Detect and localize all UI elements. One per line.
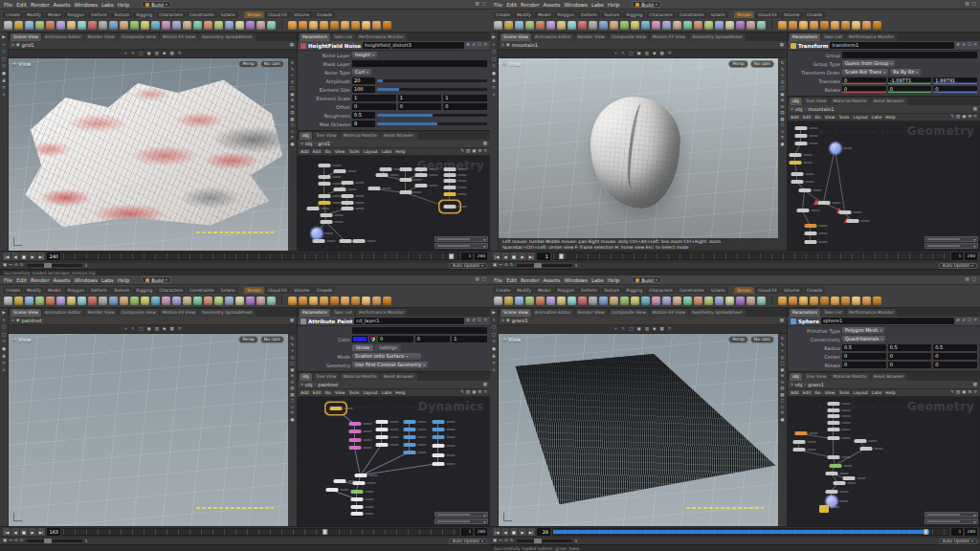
transport-button[interactable]: |◀ bbox=[493, 253, 501, 260]
toolbar-icon[interactable]: ▥ bbox=[645, 52, 649, 56]
parameter-field[interactable]: 0 bbox=[842, 77, 886, 84]
toolbar-icon[interactable]: □ bbox=[972, 277, 976, 282]
network-node[interactable] bbox=[349, 446, 362, 450]
parameter-field[interactable]: 0 bbox=[352, 103, 396, 110]
toolbar-icon[interactable]: ◇ bbox=[781, 406, 784, 410]
toolbar-icon[interactable]: ● bbox=[291, 418, 295, 423]
toolbar-icon[interactable]: ▦ bbox=[659, 52, 663, 56]
shelf-tool-icon[interactable] bbox=[715, 297, 724, 305]
tab[interactable]: Geometry Spreadsheet bbox=[199, 309, 255, 317]
menu-item[interactable]: File bbox=[4, 2, 12, 8]
network-node[interactable] bbox=[403, 428, 415, 431]
network-node[interactable] bbox=[376, 443, 389, 447]
tab[interactable]: Composite View bbox=[609, 33, 649, 41]
menu-item[interactable]: Help bbox=[885, 390, 895, 395]
menu-item[interactable]: View bbox=[335, 149, 345, 154]
toolbar-icon[interactable]: ▣ bbox=[493, 263, 497, 268]
network-node[interactable] bbox=[353, 481, 366, 485]
toolbar-icon[interactable]: ↺ bbox=[472, 319, 476, 323]
network-node[interactable] bbox=[349, 438, 362, 442]
home-icon[interactable]: ⌂ bbox=[11, 43, 14, 48]
network-node[interactable] bbox=[797, 209, 810, 212]
toolbar-icon[interactable]: ✎ bbox=[291, 343, 295, 348]
shelf-tool-icon[interactable] bbox=[810, 297, 818, 305]
toolbar-icon[interactable]: ▣ bbox=[290, 93, 294, 98]
network-node[interactable] bbox=[791, 180, 804, 184]
snapshot-icon[interactable]: ▦ bbox=[290, 43, 294, 48]
shelf-tool-icon[interactable] bbox=[852, 21, 860, 30]
network-node[interactable] bbox=[349, 422, 362, 426]
toolbar-icon[interactable]: ⊞ bbox=[478, 149, 481, 154]
tab[interactable]: Asset Browser bbox=[381, 373, 417, 381]
shelf-tool-icon[interactable] bbox=[820, 21, 829, 30]
network-node[interactable] bbox=[340, 239, 352, 243]
toolbar-icon[interactable]: ⚙ bbox=[956, 43, 960, 48]
toolbar-icon[interactable]: ↻ bbox=[291, 337, 295, 342]
toolbar-icon[interactable]: ◆ bbox=[163, 327, 166, 332]
tab[interactable]: Tree View bbox=[803, 98, 830, 105]
update-mode-dropdown[interactable]: Auto Update ▾ bbox=[939, 263, 977, 269]
slider-handle[interactable] bbox=[534, 539, 542, 543]
network-node[interactable] bbox=[860, 447, 873, 451]
toolbar-icon[interactable]: ↔ bbox=[499, 539, 502, 543]
toolbar-icon[interactable]: ▣ bbox=[472, 390, 476, 395]
toolbar-icon[interactable]: + bbox=[614, 327, 618, 332]
menu-item[interactable]: Layout bbox=[853, 115, 867, 120]
tab[interactable]: Geometry Spreadsheet bbox=[689, 33, 745, 41]
toolbar-icon[interactable]: ≡ bbox=[668, 327, 672, 332]
toolbar-icon[interactable]: ○ bbox=[492, 325, 496, 330]
toolbar-icon[interactable]: ↻ bbox=[20, 539, 24, 543]
tab[interactable]: Tree View bbox=[313, 373, 340, 381]
tab[interactable]: Constraints bbox=[187, 11, 217, 18]
toolbar-icon[interactable]: ↻ bbox=[781, 337, 785, 342]
shelf-tool-icon[interactable] bbox=[204, 21, 212, 30]
network-editor[interactable]: Non-Commercial Edition Geometry bbox=[788, 397, 980, 526]
shelf-tool-icon[interactable] bbox=[267, 21, 276, 30]
parameter-dropdown[interactable]: Scatter onto Surface▾ bbox=[352, 353, 421, 360]
toolbar-icon[interactable]: ▣ bbox=[493, 539, 497, 543]
pin-icon[interactable]: ◉ bbox=[16, 319, 20, 323]
toolbar-icon[interactable]: ✎ bbox=[460, 149, 464, 154]
toolbar-icon[interactable]: □ bbox=[492, 333, 496, 338]
toolbar-icon[interactable]: ◇ bbox=[2, 64, 5, 69]
range-start-field[interactable]: 1 bbox=[461, 528, 473, 536]
menu-item[interactable]: Go bbox=[814, 390, 820, 395]
tab[interactable]: Material Palette bbox=[830, 373, 869, 381]
toolbar-icon[interactable]: ○ bbox=[291, 123, 295, 128]
shelf-tool-icon[interactable] bbox=[35, 21, 44, 30]
network-node[interactable] bbox=[805, 231, 817, 235]
toolbar-icon[interactable]: ⓘ bbox=[968, 319, 972, 323]
timeline-ruler[interactable] bbox=[552, 528, 949, 536]
network-node[interactable] bbox=[399, 178, 412, 182]
tab[interactable]: Animation Editor bbox=[532, 33, 574, 41]
shelf-tool-icon[interactable] bbox=[267, 297, 276, 305]
shelf-tool-icon[interactable] bbox=[330, 21, 339, 30]
tab[interactable]: Geometry Spreadsheet bbox=[689, 309, 745, 317]
tab[interactable]: Geometry Spreadsheet bbox=[199, 33, 255, 41]
tab[interactable]: Composite View bbox=[609, 309, 649, 317]
shelf-tool-icon[interactable] bbox=[568, 297, 576, 305]
snapshot-icon[interactable]: ▦ bbox=[973, 107, 977, 112]
toolbar-icon[interactable]: ▤ bbox=[780, 111, 784, 116]
tab[interactable]: Constraints bbox=[187, 287, 217, 294]
tab[interactable]: Parameters bbox=[790, 309, 820, 317]
toolbar-icon[interactable]: + bbox=[291, 74, 295, 78]
update-mode-dropdown[interactable]: Auto Update ▾ bbox=[449, 539, 487, 544]
toolbar-icon[interactable]: ▣ bbox=[780, 93, 784, 98]
network-node[interactable] bbox=[330, 407, 343, 410]
toolbar-icon[interactable]: ▲ bbox=[492, 78, 495, 83]
breadcrumb-root[interactable]: obj bbox=[305, 141, 313, 146]
shelf-tool-icon[interactable] bbox=[673, 21, 681, 30]
network-node[interactable] bbox=[819, 505, 829, 513]
shelf-tool-icon[interactable] bbox=[694, 297, 702, 305]
toolbar-icon[interactable]: □ bbox=[629, 327, 633, 332]
toolbar-icon[interactable]: ▦ bbox=[659, 327, 663, 332]
shelf-tool-icon[interactable] bbox=[736, 21, 745, 30]
network-node[interactable] bbox=[403, 451, 415, 454]
tab[interactable]: Solaris bbox=[218, 287, 238, 294]
toolbar-icon[interactable]: ↻ bbox=[291, 61, 295, 66]
network-editor[interactable]: Geometry bbox=[298, 156, 490, 251]
toolbar-icon[interactable]: + bbox=[781, 349, 785, 354]
menu-item[interactable]: Tools bbox=[348, 149, 359, 154]
tab[interactable]: Cloud FX bbox=[755, 287, 780, 294]
